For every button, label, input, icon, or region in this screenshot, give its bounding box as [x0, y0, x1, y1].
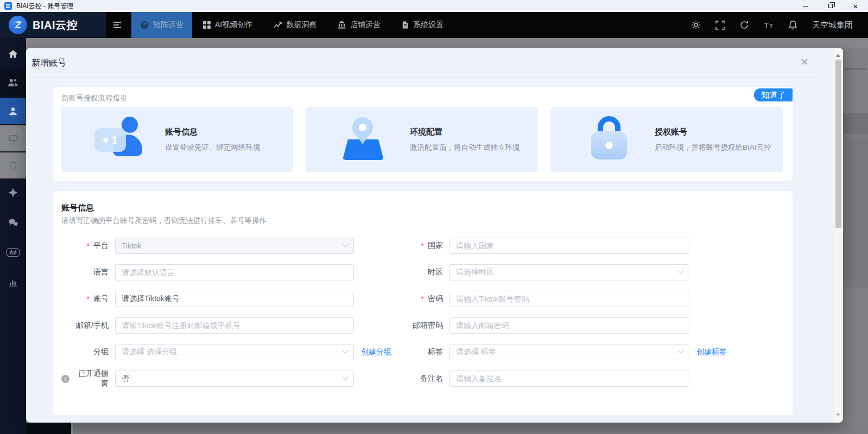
info-icon[interactable]: i	[61, 375, 69, 383]
tab-shop-operation[interactable]: 店铺运营	[330, 12, 388, 38]
chevron-down-icon	[342, 241, 348, 247]
sidebar-item-ads[interactable]: Ad	[0, 239, 26, 265]
ads-icon: Ad	[7, 248, 19, 257]
account-input[interactable]	[115, 291, 354, 307]
remark-label: 备注名	[387, 374, 443, 384]
top-navbar: Z BIAI云控 矩阵运营 AI视频创作 数据洞察 店铺运营	[0, 12, 868, 38]
email-phone-input[interactable]	[115, 317, 354, 334]
language-label: 语言	[61, 267, 109, 277]
nav-actions: Tт 天空城集团	[691, 12, 868, 38]
shop-icon	[337, 21, 346, 29]
tab-ai-video[interactable]: AI视频创作	[195, 12, 260, 38]
restore-button[interactable]	[818, 0, 843, 12]
authorize-icon	[584, 114, 634, 164]
form-title: 账号信息	[61, 203, 94, 213]
font-size-icon[interactable]: Tт	[764, 21, 774, 30]
email-password-input[interactable]	[449, 317, 689, 334]
guide-card-environment: 环境配置 激活配置后，将自动生成独立环境	[306, 107, 538, 172]
guide-card-title: 账号信息	[165, 127, 261, 137]
chevron-down-icon	[342, 374, 348, 380]
badge-count: 1	[112, 134, 118, 146]
data-insight-icon	[273, 21, 282, 29]
brand-logo-icon: Z	[9, 16, 27, 34]
platform-select[interactable]: Tiktok	[115, 238, 354, 254]
guide-card-title: 环境配置	[410, 127, 520, 137]
brand: Z BIAI云控	[0, 12, 106, 38]
tab-data-insight[interactable]: 数据洞察	[265, 12, 324, 38]
dimmed-background	[26, 38, 868, 48]
got-it-button[interactable]: 知道了	[754, 88, 793, 101]
close-window-button[interactable]: ×	[843, 0, 868, 12]
refresh-icon[interactable]	[739, 20, 749, 30]
password-input[interactable]	[449, 291, 689, 307]
sidebar-item-matrix[interactable]	[0, 180, 26, 206]
create-tag-link[interactable]: 创建标签	[696, 347, 727, 357]
add-account-dialog: 新增账号 × 新账号授权流程指引 知道了 ♥1 账号信息 设置登录凭证、绑定网络…	[26, 48, 843, 423]
brand-name: BIAI云控	[33, 18, 78, 33]
guide-card-desc: 启动环境，并将账号授权给BIAI云控	[655, 143, 771, 152]
email-phone-label: 邮箱/手机	[61, 321, 109, 330]
bell-icon[interactable]	[788, 20, 797, 30]
tag-label: 标签	[387, 347, 443, 357]
scrollbar-thumb[interactable]	[835, 60, 841, 228]
timezone-label: 时区	[387, 267, 443, 277]
dialog-scrollbar[interactable]	[834, 48, 843, 423]
timezone-select[interactable]: 请选择时区	[449, 264, 689, 280]
scroll-down-icon[interactable]	[836, 413, 840, 419]
account-info-form: 账号信息 请填写正确的平台账号及密码，否则无法进行挂车、养号等操作 平台 Tik…	[53, 191, 793, 415]
divider	[30, 77, 820, 78]
minimize-icon	[803, 6, 808, 7]
nav-tabs: 矩阵运营 AI视频创作 数据洞察 店铺运营 系统设置	[129, 12, 454, 38]
restore-icon	[828, 4, 833, 8]
tab-matrix-operation[interactable]: 矩阵运营	[131, 12, 192, 38]
gear-icon[interactable]	[691, 20, 701, 30]
group-label: 分组	[61, 347, 109, 357]
sidebar-item-tasks[interactable]	[0, 152, 26, 178]
sidebar-item-device[interactable]	[0, 125, 26, 151]
titlebar: BIAI云控 - 账号管理 ×	[0, 0, 868, 12]
shop-window-select[interactable]: 否	[115, 371, 354, 387]
shop-window-label: i 已开通橱窗	[61, 369, 109, 388]
chat-bubbles-icon	[8, 218, 18, 227]
country-input[interactable]	[449, 238, 689, 254]
guide-heading: 新账号授权流程指引	[61, 93, 128, 103]
chevron-down-icon	[677, 348, 683, 354]
team-icon	[8, 78, 18, 87]
bar-chart-icon	[8, 278, 18, 287]
monitor-icon	[9, 134, 18, 143]
environment-icon	[339, 114, 389, 164]
guide-card-title: 授权账号	[655, 127, 771, 137]
sidebar-item-messages[interactable]	[0, 209, 26, 235]
sidebar-item-home[interactable]	[0, 41, 26, 67]
fullscreen-icon[interactable]	[715, 21, 725, 30]
tab-system-settings[interactable]: 系统设置	[394, 12, 451, 38]
menu-collapse-button[interactable]	[106, 12, 129, 38]
dimmed-background-right	[843, 48, 868, 423]
group-select[interactable]: 请选择 选择分组	[115, 344, 354, 360]
language-input[interactable]	[115, 264, 354, 280]
close-icon: ×	[801, 54, 808, 69]
home-icon	[8, 49, 18, 59]
chevron-down-icon	[677, 268, 683, 274]
scroll-up-icon[interactable]	[836, 52, 840, 57]
tag-select[interactable]: 请选择 标签	[449, 344, 689, 360]
app-logo-icon	[4, 2, 12, 10]
platform-label: 平台	[61, 241, 109, 251]
remark-input[interactable]	[449, 371, 689, 387]
guide-card-desc: 激活配置后，将自动生成独立环境	[410, 143, 520, 152]
ai-video-icon	[202, 21, 211, 29]
hamburger-icon	[113, 22, 121, 28]
settings-icon	[401, 21, 409, 29]
sidebar-item-account-management[interactable]	[0, 98, 26, 124]
sidebar-item-analytics[interactable]	[0, 269, 26, 295]
email-password-label: 邮箱密码	[387, 321, 443, 330]
sidebar-item-team[interactable]	[0, 69, 26, 95]
matrix-icon	[140, 21, 149, 30]
guide-card-desc: 设置登录凭证、绑定网络环境	[165, 143, 261, 152]
tenant-name[interactable]: 天空城集团	[812, 20, 853, 30]
account-info-icon: ♥1	[94, 114, 144, 164]
dialog-close-button[interactable]: ×	[801, 55, 808, 68]
account-label: 账号	[61, 294, 109, 304]
clipboard-icon	[9, 161, 17, 170]
minimize-button[interactable]	[793, 0, 818, 12]
